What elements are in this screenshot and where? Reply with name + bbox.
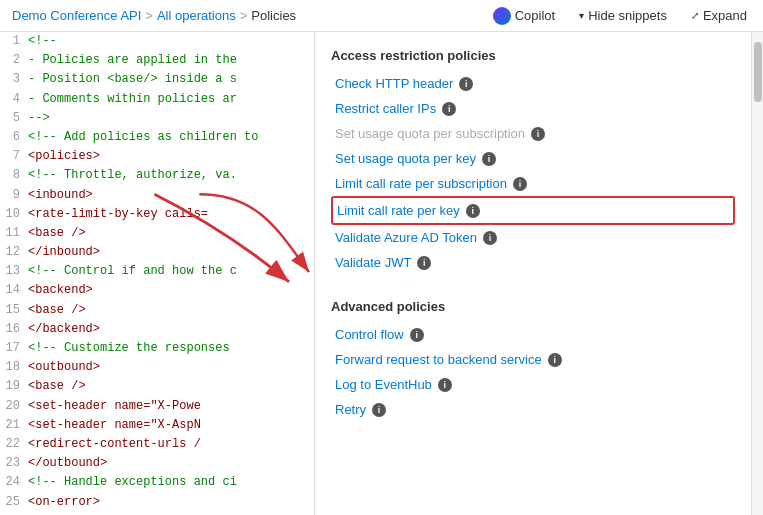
code-editor[interactable]: 1<!--2 - Policies are applied in the3 - … (0, 32, 314, 515)
code-line: 10 <rate-limit-by-key calls= (0, 205, 314, 224)
scrollbar-thumb[interactable] (754, 42, 762, 102)
line-code: <inbound> (28, 186, 93, 205)
line-code: </inbound> (28, 243, 100, 262)
policy-item[interactable]: Restrict caller IPsi (331, 96, 735, 121)
policy-item-label: Limit call rate per subscription (335, 176, 507, 191)
line-code: <!-- Control if and how the c (28, 262, 237, 281)
line-number: 5 (0, 109, 28, 128)
breadcrumb-api[interactable]: Demo Conference API (12, 8, 141, 23)
info-icon[interactable]: i (483, 231, 497, 245)
advanced-items: Control flowiForward request to backend … (331, 322, 735, 422)
line-number: 22 (0, 435, 28, 454)
line-number: 23 (0, 454, 28, 473)
line-number: 17 (0, 339, 28, 358)
line-number: 19 (0, 377, 28, 396)
line-number: 8 (0, 166, 28, 185)
line-code: <!-- Throttle, authorize, va. (28, 166, 237, 185)
line-number: 24 (0, 473, 28, 492)
code-line: 1<!-- (0, 32, 314, 51)
breadcrumb-operations[interactable]: All operations (157, 8, 236, 23)
policy-item-label: Log to EventHub (335, 377, 432, 392)
code-line: 19 <base /> (0, 377, 314, 396)
policy-item[interactable]: Forward request to backend servicei (331, 347, 735, 372)
code-line: 13 <!-- Control if and how the c (0, 262, 314, 281)
code-line: 24 <!-- Handle exceptions and ci (0, 473, 314, 492)
line-number: 4 (0, 90, 28, 109)
line-code: <set-header name="X-AspN (28, 416, 201, 435)
code-line: 17 <!-- Customize the responses (0, 339, 314, 358)
breadcrumb: Demo Conference API > All operations > P… (12, 8, 296, 23)
policy-item[interactable]: Validate JWTi (331, 250, 735, 275)
copilot-label: Copilot (515, 8, 555, 23)
code-line: 23 </outbound> (0, 454, 314, 473)
access-section-title: Access restriction policies (331, 48, 735, 63)
policy-item[interactable]: Control flowi (331, 322, 735, 347)
line-code: <policies> (28, 147, 100, 166)
policy-item[interactable]: Log to EventHubi (331, 372, 735, 397)
line-number: 18 (0, 358, 28, 377)
header-actions: Copilot ▾ Hide snippets ⤢ Expand (489, 5, 751, 27)
chevron-down-icon: ▾ (579, 10, 584, 21)
breadcrumb-current: Policies (251, 8, 296, 23)
info-icon[interactable]: i (438, 378, 452, 392)
code-line: 18 <outbound> (0, 358, 314, 377)
line-number: 14 (0, 281, 28, 300)
advanced-section-title: Advanced policies (331, 299, 735, 314)
policy-item-label: Validate JWT (335, 255, 411, 270)
code-panel[interactable]: 1<!--2 - Policies are applied in the3 - … (0, 32, 315, 515)
policy-item-label: Limit call rate per key (337, 203, 460, 218)
line-code: - Comments within policies ar (28, 90, 237, 109)
info-icon[interactable]: i (442, 102, 456, 116)
expand-button[interactable]: ⤢ Expand (687, 6, 751, 25)
info-icon[interactable]: i (548, 353, 562, 367)
info-icon[interactable]: i (459, 77, 473, 91)
policy-item[interactable]: Set usage quota per subscriptioni (331, 121, 735, 146)
line-number: 10 (0, 205, 28, 224)
policy-item[interactable]: Retryi (331, 397, 735, 422)
info-icon[interactable]: i (410, 328, 424, 342)
line-code: --> (28, 109, 50, 128)
info-icon[interactable]: i (531, 127, 545, 141)
info-icon[interactable]: i (466, 204, 480, 218)
header: Demo Conference API > All operations > P… (0, 0, 763, 32)
line-code: <base /> (28, 301, 86, 320)
line-code: <!-- Handle exceptions and ci (28, 473, 237, 492)
hide-snippets-button[interactable]: ▾ Hide snippets (575, 6, 671, 25)
line-number: 25 (0, 493, 28, 512)
info-icon[interactable]: i (372, 403, 386, 417)
policy-item[interactable]: Set usage quota per keyi (331, 146, 735, 171)
code-line: 25 <on-error> (0, 493, 314, 512)
policy-item-label: Control flow (335, 327, 404, 342)
info-icon[interactable]: i (482, 152, 496, 166)
line-code: <on-error> (28, 493, 100, 512)
code-line: 6<!-- Add policies as children to (0, 128, 314, 147)
code-line: 8 <!-- Throttle, authorize, va. (0, 166, 314, 185)
code-line: 2 - Policies are applied in the (0, 51, 314, 70)
line-code: <base /> (28, 377, 86, 396)
line-code: <rate-limit-by-key calls= (28, 205, 208, 224)
line-number: 16 (0, 320, 28, 339)
access-items: Check HTTP headeriRestrict caller IPsiSe… (331, 71, 735, 275)
line-code: <set-header name="X-Powe (28, 397, 201, 416)
code-line: 5--> (0, 109, 314, 128)
copilot-icon (493, 7, 511, 25)
line-code: <!-- Add policies as children to (28, 128, 258, 147)
code-line: 21 <set-header name="X-AspN (0, 416, 314, 435)
policy-item[interactable]: Validate Azure AD Tokeni (331, 225, 735, 250)
code-line: 9 <inbound> (0, 186, 314, 205)
right-scrollbar[interactable] (751, 32, 763, 515)
line-code: <!-- (28, 32, 57, 51)
policy-item[interactable]: Check HTTP headeri (331, 71, 735, 96)
line-number: 12 (0, 243, 28, 262)
line-code: - Policies are applied in the (28, 51, 237, 70)
policy-panel[interactable]: Access restriction policies Check HTTP h… (315, 32, 751, 515)
policy-item[interactable]: Limit call rate per keyi (331, 196, 735, 225)
policy-item-label: Set usage quota per subscription (335, 126, 525, 141)
policy-item-label: Set usage quota per key (335, 151, 476, 166)
policy-item[interactable]: Limit call rate per subscriptioni (331, 171, 735, 196)
info-icon[interactable]: i (513, 177, 527, 191)
expand-icon: ⤢ (691, 10, 699, 21)
copilot-button[interactable]: Copilot (489, 5, 559, 27)
line-number: 20 (0, 397, 28, 416)
info-icon[interactable]: i (417, 256, 431, 270)
